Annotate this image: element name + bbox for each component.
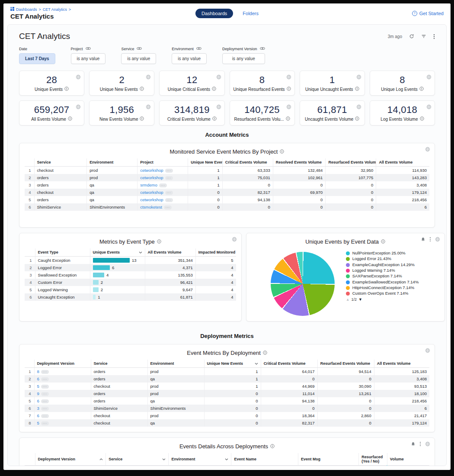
table-cell: 94,138	[261, 397, 317, 405]
globe-icon[interactable]	[216, 103, 221, 111]
ellipsis-pill[interactable]: ···	[159, 183, 167, 187]
cell-link[interactable]: ctsmoketest	[140, 205, 162, 209]
tab-dashboards[interactable]: Dashboards	[195, 9, 233, 18]
globe-icon[interactable]	[426, 74, 432, 81]
table-cell: ShimiEnvironments	[87, 203, 137, 211]
legend-label: ExampleCaughtException 14.29%	[352, 262, 415, 267]
metric-value: 28	[46, 74, 57, 86]
breadcrumb-item-dashboards[interactable]: Dashboards	[16, 7, 37, 12]
globe-icon[interactable]	[435, 237, 440, 242]
bell-icon[interactable]	[411, 442, 416, 447]
top-bar: Dashboards > CET Analytics > CET Analyti…	[3, 3, 451, 23]
globe-icon[interactable]	[356, 74, 361, 81]
globe-icon[interactable]	[76, 74, 81, 81]
table-row: 1Caught Exception13351,3445	[25, 257, 236, 264]
ellipsis-pill[interactable]: ···	[41, 385, 49, 389]
ellipsis-pill[interactable]: ···	[164, 206, 172, 209]
filter-value-button[interactable]: is any value	[121, 53, 156, 64]
table-cell: 0	[204, 419, 261, 427]
globe-icon[interactable]	[232, 237, 237, 242]
table-cell: cetworkshop···	[137, 167, 188, 174]
globe-icon[interactable]	[286, 74, 291, 81]
ellipsis-pill[interactable]: ···	[41, 370, 49, 374]
table-cell: checkout	[91, 412, 147, 419]
globe-icon[interactable]	[425, 348, 430, 353]
table-cell: ShimiEnvironments	[147, 405, 204, 412]
cell-link[interactable]: cetworkshop	[140, 197, 163, 202]
cell-link[interactable]: srmdemo	[140, 183, 157, 187]
ellipsis-pill[interactable]: ···	[41, 421, 49, 425]
table-cell: qa	[147, 419, 204, 427]
cell-link[interactable]: 5	[37, 421, 39, 425]
column-header[interactable]: Deployment Version	[35, 453, 106, 466]
value-bar	[93, 287, 99, 292]
ellipsis-pill[interactable]: ···	[41, 392, 49, 396]
ellipsis-pill[interactable]: ···	[41, 399, 49, 403]
table-cell: 0	[326, 203, 376, 211]
ellipsis-pill[interactable]: ···	[41, 414, 49, 418]
metric-card: 314,819Critical Events Volume	[159, 100, 224, 125]
globe-icon[interactable]	[146, 74, 151, 81]
page-up-icon[interactable]: ▲	[346, 297, 350, 302]
globe-icon[interactable]	[286, 103, 291, 111]
apps-grid-icon[interactable]	[10, 7, 14, 12]
legend-label: SAXParseException 7.14%	[352, 273, 402, 279]
sort-asc-icon	[99, 457, 103, 461]
globe-icon[interactable]	[426, 103, 432, 111]
ellipsis-pill[interactable]: ···	[165, 169, 173, 173]
globe-icon[interactable]	[76, 103, 81, 111]
get-started-link[interactable]: ? Get Started	[412, 11, 444, 16]
cell-link[interactable]: 6	[37, 376, 39, 381]
breadcrumb-item-current[interactable]: CET Analytics	[43, 7, 67, 12]
cell-link[interactable]: cetworkshop	[140, 175, 163, 180]
cell-link[interactable]: cetworkshop	[140, 190, 163, 195]
info-icon	[355, 116, 359, 122]
cell-link[interactable]: 5	[37, 384, 39, 389]
column-header[interactable]: Unique New Ever	[188, 158, 223, 167]
globe-icon[interactable]	[425, 147, 430, 152]
metric-label: Unique Resurfaced Events	[233, 87, 291, 92]
info-icon	[270, 443, 275, 450]
ellipsis-pill[interactable]: ···	[165, 176, 173, 180]
kebab-menu-icon[interactable]	[419, 441, 421, 447]
cell-link[interactable]: 3	[37, 406, 39, 411]
table-cell: 0	[326, 181, 376, 189]
globe-icon[interactable]	[216, 74, 221, 81]
kebab-menu-icon[interactable]	[433, 34, 435, 39]
table-cell: 6	[374, 405, 429, 412]
page-down-icon[interactable]: ▼	[358, 297, 362, 302]
filter-value-button[interactable]: Last 7 Days	[19, 53, 55, 64]
column-header[interactable]: Unique Events	[90, 248, 145, 257]
table-cell: 69,970	[273, 189, 326, 196]
metric-label: Unique Events	[35, 87, 69, 92]
ellipsis-pill[interactable]: ···	[165, 198, 173, 202]
row-number: 1	[25, 368, 34, 376]
refresh-icon[interactable]	[409, 34, 414, 39]
globe-icon[interactable]	[146, 103, 151, 111]
filter-value-button[interactable]: is any value	[71, 53, 106, 64]
globe-icon[interactable]	[425, 441, 430, 447]
cell-link[interactable]: 9	[37, 391, 39, 396]
ellipsis-pill[interactable]: ···	[41, 377, 49, 381]
cell-link[interactable]: 8	[37, 369, 39, 374]
filter-value-button[interactable]: is any value	[222, 53, 265, 64]
legend-swatch	[346, 280, 350, 284]
column-header[interactable]: Unique New Events	[204, 360, 261, 368]
globe-icon[interactable]	[356, 103, 361, 111]
cell-link[interactable]: 6	[37, 399, 39, 403]
column-header: All Events Volume	[374, 360, 429, 368]
kebab-menu-icon[interactable]	[429, 237, 431, 242]
bell-icon[interactable]	[421, 237, 425, 242]
cell-link[interactable]: 6	[37, 413, 39, 418]
column-header[interactable]: Environment	[169, 453, 231, 466]
cell-link[interactable]: cetworkshop	[140, 168, 163, 173]
table-cell: No	[359, 466, 387, 466]
column-header[interactable]: Service	[106, 453, 169, 466]
ellipsis-pill[interactable]: ···	[41, 407, 49, 411]
metric-value: 314,819	[174, 104, 210, 116]
table-cell: orders	[91, 397, 147, 405]
ellipsis-pill[interactable]: ···	[165, 191, 173, 195]
tab-folders[interactable]: Folders	[243, 11, 259, 16]
filter-value-button[interactable]: is any value	[172, 53, 207, 64]
filter-icon[interactable]	[421, 34, 426, 39]
